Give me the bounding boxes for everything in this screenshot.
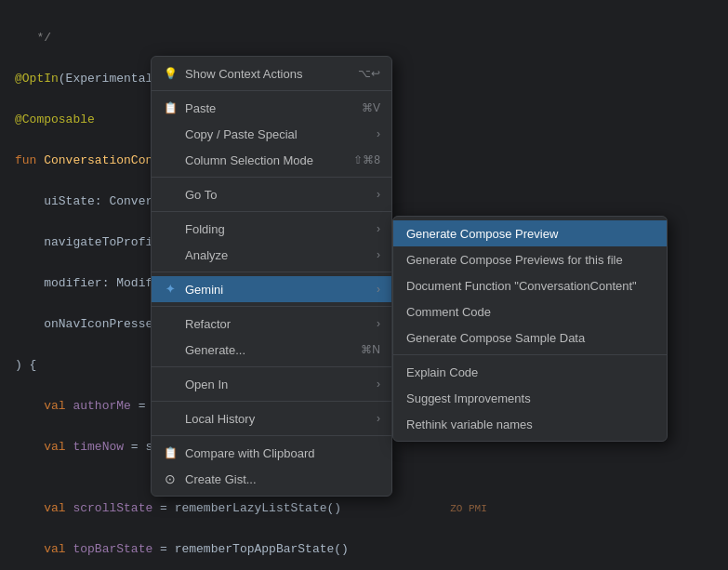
- context-menu: 💡 Show Context Actions ⌥↩ 📋 Paste ⌘V Cop…: [151, 56, 392, 497]
- goto-icon: [163, 187, 178, 202]
- separator-2: [152, 177, 391, 178]
- menu-item-open-in[interactable]: Open In ›: [152, 371, 391, 397]
- gemini-submenu: Generate Compose Preview Generate Compos…: [392, 216, 668, 442]
- arrow-icon-folding: ›: [377, 222, 380, 235]
- refactor-icon: [163, 316, 178, 331]
- menu-label-show-context-actions: Show Context Actions: [185, 67, 302, 81]
- arrow-icon-goto: ›: [377, 188, 380, 201]
- menu-label-copy-paste-special: Copy / Paste Special: [185, 127, 298, 141]
- submenu-label-generate-compose-sample: Generate Compose Sample Data: [406, 331, 585, 345]
- submenu-label-explain-code: Explain Code: [406, 365, 478, 379]
- submenu-item-explain-code[interactable]: Explain Code: [393, 359, 667, 385]
- arrow-icon-analyze: ›: [377, 248, 380, 261]
- submenu-item-generate-compose-sample[interactable]: Generate Compose Sample Data: [393, 325, 667, 351]
- submenu-label-generate-compose-previews-file: Generate Compose Previews for this file: [406, 253, 623, 267]
- menu-label-refactor: Refactor: [185, 317, 231, 331]
- arrow-icon-refactor: ›: [377, 317, 380, 330]
- menu-label-local-history: Local History: [185, 412, 255, 426]
- menu-item-copy-paste-special[interactable]: Copy / Paste Special ›: [152, 121, 391, 147]
- menu-item-show-context-actions[interactable]: 💡 Show Context Actions ⌥↩: [152, 60, 391, 86]
- separator-5: [152, 306, 391, 307]
- submenu-label-suggest-improvements: Suggest Improvements: [406, 391, 531, 405]
- github-icon: ⊙: [163, 471, 178, 486]
- separator-4: [152, 272, 391, 272]
- shortcut-show-context-actions: ⌥↩: [358, 67, 380, 80]
- menu-label-generate: Generate...: [185, 343, 245, 357]
- menu-label-column-selection: Column Selection Mode: [185, 153, 313, 167]
- menu-item-local-history[interactable]: Local History ›: [152, 405, 391, 431]
- menu-label-go-to: Go To: [185, 188, 217, 202]
- submenu-item-suggest-improvements[interactable]: Suggest Improvements: [393, 385, 667, 411]
- arrow-icon-local-history: ›: [377, 412, 380, 425]
- separator-8: [152, 435, 391, 436]
- menu-label-gemini: Gemini: [185, 283, 223, 297]
- shortcut-generate: ⌘N: [361, 343, 380, 356]
- submenu-item-comment-code[interactable]: Comment Code: [393, 298, 667, 325]
- menu-label-create-gist: Create Gist...: [185, 472, 257, 486]
- submenu-item-rethink-variable-names[interactable]: Rethink variable names: [393, 411, 667, 437]
- separator-7: [152, 401, 391, 402]
- menu-item-gemini[interactable]: ✦ Gemini ›: [152, 276, 391, 302]
- menu-label-open-in: Open In: [185, 378, 228, 391]
- arrow-icon-gemini: ›: [377, 283, 380, 296]
- submenu-label-comment-code: Comment Code: [406, 305, 491, 319]
- menu-item-create-gist[interactable]: ⊙ Create Gist...: [152, 466, 391, 492]
- menu-label-analyze: Analyze: [185, 248, 228, 262]
- menu-item-go-to[interactable]: Go To ›: [152, 181, 391, 207]
- menu-label-compare-clipboard: Compare with Clipboard: [185, 446, 314, 460]
- menu-item-analyze[interactable]: Analyze ›: [152, 242, 391, 268]
- submenu-item-document-function[interactable]: Document Function "ConversationContent": [393, 272, 667, 298]
- menu-label-paste: Paste: [185, 101, 216, 115]
- history-icon: [163, 411, 178, 426]
- submenu-separator-1: [393, 354, 667, 355]
- compare-icon: 📋: [163, 445, 178, 460]
- submenu-item-generate-compose-preview[interactable]: Generate Compose Preview: [393, 220, 667, 246]
- paste-icon: 📋: [163, 100, 178, 115]
- menu-item-generate[interactable]: Generate... ⌘N: [152, 337, 391, 363]
- arrow-icon-open-in: ›: [377, 378, 380, 391]
- gemini-icon: ✦: [163, 282, 178, 297]
- separator-3: [152, 211, 391, 212]
- submenu-label-document-function: Document Function "ConversationContent": [406, 279, 637, 293]
- bulb-icon: 💡: [163, 66, 178, 81]
- submenu-label-generate-compose-preview: Generate Compose Preview: [406, 227, 558, 241]
- shortcut-paste: ⌘V: [362, 101, 380, 114]
- generate-icon: [163, 342, 178, 357]
- submenu-item-generate-compose-previews-file[interactable]: Generate Compose Previews for this file: [393, 246, 667, 272]
- menu-item-folding[interactable]: Folding ›: [152, 216, 391, 242]
- analyze-icon: [163, 247, 178, 262]
- menu-item-compare-clipboard[interactable]: 📋 Compare with Clipboard: [152, 440, 391, 466]
- shortcut-column-selection: ⇧⌘8: [353, 153, 380, 166]
- folding-icon: [163, 221, 178, 236]
- arrow-icon-copy-paste: ›: [377, 127, 380, 140]
- menu-item-refactor[interactable]: Refactor ›: [152, 311, 391, 337]
- menu-item-paste[interactable]: 📋 Paste ⌘V: [152, 95, 391, 121]
- separator-1: [152, 90, 391, 91]
- menu-label-folding: Folding: [185, 222, 225, 236]
- copy-paste-icon: [163, 126, 178, 141]
- separator-6: [152, 366, 391, 367]
- menu-item-column-selection[interactable]: Column Selection Mode ⇧⌘8: [152, 147, 391, 173]
- submenu-label-rethink-variable-names: Rethink variable names: [406, 418, 533, 431]
- open-in-icon: [163, 377, 178, 391]
- column-icon: [163, 152, 178, 167]
